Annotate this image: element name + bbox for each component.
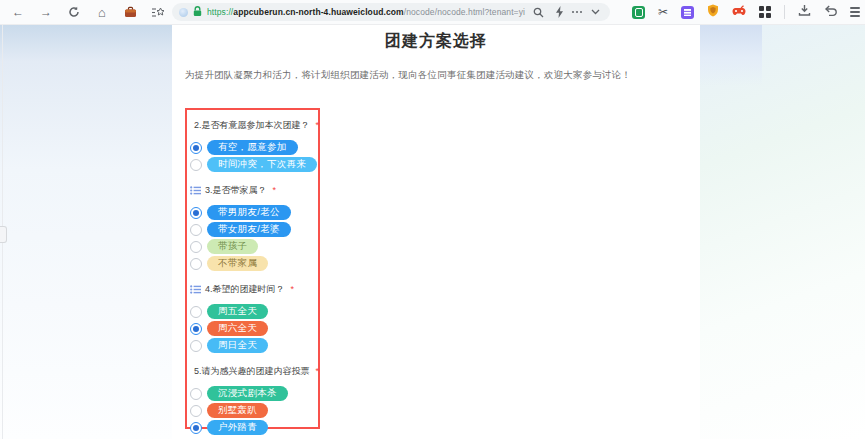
radio[interactable] — [190, 159, 202, 171]
option-row[interactable]: 别墅轰趴 — [190, 403, 318, 418]
required-mark: * — [273, 185, 277, 195]
back-icon[interactable]: ← — [10, 4, 26, 20]
option-pill[interactable]: 周六全天 — [207, 321, 268, 336]
menu-icon[interactable] — [850, 7, 860, 17]
radio[interactable] — [190, 224, 202, 236]
question-list: 2.是否有意愿参加本次团建？ * 有空，愿意参加 时间冲突，下次再来 3.是否带… — [190, 119, 318, 435]
radio[interactable] — [190, 207, 202, 219]
page-description: 为提升团队凝聚力和活力，将计划组织团建活动，现向各位同事征集团建活动建议，欢迎大… — [185, 69, 690, 82]
option-row[interactable]: 周日全天 — [190, 338, 318, 353]
browser-toolbar: ← → ⌂ https://appcuberun.cn-north-4.huaw… — [0, 0, 865, 25]
question-block: 3.是否带家属？ * 带男朋友/老公 带女朋友/老婆 带孩子 不带家属 — [190, 184, 318, 271]
radio[interactable] — [190, 241, 202, 253]
radio-group-icon — [190, 285, 201, 294]
question-block: 4.希望的团建时间？ * 周五全天 周六全天 周日全天 — [190, 283, 318, 353]
option-row[interactable]: 带男朋友/老公 — [190, 205, 318, 220]
page-background-left — [0, 24, 172, 439]
option-pill[interactable]: 时间冲突，下次再来 — [207, 157, 317, 172]
question-block: 2.是否有意愿参加本次团建？ * 有空，愿意参加 时间冲突，下次再来 — [190, 119, 318, 172]
apps-grid-icon[interactable] — [759, 6, 771, 18]
selection-highlight-box: 2.是否有意愿参加本次团建？ * 有空，愿意参加 时间冲突，下次再来 3.是否带… — [185, 108, 320, 429]
option-pill[interactable]: 带孩子 — [207, 239, 258, 254]
question-label: 5.请为感兴趣的团建内容投票 * — [190, 365, 318, 377]
search-icon[interactable] — [530, 4, 546, 20]
option-pill[interactable]: 沉浸式剧本杀 — [207, 386, 288, 401]
question-label-text: 4.希望的团建时间？ — [205, 283, 285, 296]
option-row[interactable]: 带女朋友/老婆 — [190, 222, 318, 237]
question-label-text: 2.是否有意愿参加本次团建？ — [194, 119, 310, 132]
question-label: 3.是否带家属？ * — [190, 184, 318, 196]
undo-icon[interactable] — [824, 3, 837, 21]
site-circle-icon[interactable] — [179, 8, 188, 17]
lock-icon — [193, 3, 202, 21]
download-icon[interactable] — [798, 3, 811, 21]
purple-extension-icon[interactable] — [681, 6, 694, 19]
option-row[interactable]: 沉浸式剧本杀 — [190, 386, 318, 401]
bookmark-star-icon[interactable] — [150, 4, 166, 20]
scissors-icon[interactable]: ✂ — [658, 5, 668, 19]
required-mark: * — [316, 120, 320, 130]
question-options: 沉浸式剧本杀 别墅轰趴 户外踏青 — [190, 386, 318, 435]
option-row[interactable]: 不带家属 — [190, 256, 318, 271]
ellipsis-icon[interactable] — [572, 11, 582, 13]
chevron-down-icon[interactable] — [587, 4, 603, 20]
home-icon[interactable]: ⌂ — [94, 4, 110, 20]
option-row[interactable]: 时间冲突，下次再来 — [190, 157, 318, 172]
question-label-text: 5.请为感兴趣的团建内容投票 — [194, 365, 310, 378]
notebook-extension-icon[interactable] — [632, 6, 645, 19]
radio-group-icon — [190, 186, 201, 195]
option-pill[interactable]: 周五全天 — [207, 304, 268, 319]
radio[interactable] — [190, 323, 202, 335]
question-options: 带男朋友/老公 带女朋友/老婆 带孩子 不带家属 — [190, 205, 318, 271]
option-row[interactable]: 周六全天 — [190, 321, 318, 336]
forward-icon[interactable]: → — [38, 4, 54, 20]
background-blue-patch — [700, 24, 762, 86]
radio[interactable] — [190, 388, 202, 400]
option-pill[interactable]: 不带家属 — [207, 256, 268, 271]
briefcase-icon[interactable] — [122, 4, 138, 20]
question-label: 2.是否有意愿参加本次团建？ * — [190, 119, 318, 131]
question-options: 有空，愿意参加 时间冲突，下次再来 — [190, 140, 318, 172]
page-background-right — [700, 24, 865, 439]
question-label: 4.希望的团建时间？ * — [190, 283, 318, 295]
radio[interactable] — [190, 422, 202, 434]
option-pill[interactable]: 周日全天 — [207, 338, 268, 353]
nav-icons: ← → ⌂ — [4, 0, 166, 24]
survey-panel: 团建方案选择 为提升团队凝聚力和活力，将计划组织团建活动，现向各位同事征集团建活… — [172, 24, 700, 439]
radio[interactable] — [190, 258, 202, 270]
required-mark: * — [291, 284, 295, 294]
option-pill[interactable]: 带男朋友/老公 — [207, 205, 291, 220]
option-pill[interactable]: 带女朋友/老婆 — [207, 222, 291, 237]
extension-icons: ✂ — [632, 0, 860, 24]
url-path: /nocode/nocode.html?tenant=yizha — [404, 7, 525, 17]
option-pill[interactable]: 别墅轰趴 — [207, 403, 268, 418]
radio[interactable] — [190, 405, 202, 417]
required-mark: * — [316, 366, 320, 376]
option-pill[interactable]: 有空，愿意参加 — [207, 140, 298, 155]
radio[interactable] — [190, 142, 202, 154]
reload-icon[interactable] — [66, 4, 82, 20]
option-pill[interactable]: 户外踏青 — [207, 420, 268, 435]
question-block: 5.请为感兴趣的团建内容投票 * 沉浸式剧本杀 别墅轰趴 户外踏青 — [190, 365, 318, 435]
option-row[interactable]: 有空，愿意参加 — [190, 140, 318, 155]
url-text[interactable]: https://appcuberun.cn-north-4.huaweiclou… — [207, 7, 525, 17]
lightning-icon[interactable] — [551, 4, 567, 20]
option-row[interactable]: 户外踏青 — [190, 420, 318, 435]
url-scheme: https:// — [207, 7, 233, 17]
page-title: 团建方案选择 — [172, 31, 700, 52]
question-options: 周五全天 周六全天 周日全天 — [190, 304, 318, 353]
option-row[interactable]: 带孩子 — [190, 239, 318, 254]
side-panel-handle[interactable] — [0, 226, 7, 243]
url-bar[interactable]: https://appcuberun.cn-north-4.huaweiclou… — [172, 3, 610, 21]
radio[interactable] — [190, 306, 202, 318]
url-host: appcuberun.cn-north-4.huaweicloud.com — [233, 7, 403, 17]
shield-extension-icon[interactable] — [707, 3, 719, 21]
toolbar-divider — [784, 5, 785, 19]
radio[interactable] — [190, 340, 202, 352]
option-row[interactable]: 周五全天 — [190, 304, 318, 319]
gamepad-extension-icon[interactable] — [732, 3, 746, 21]
question-label-text: 3.是否带家属？ — [205, 184, 267, 197]
